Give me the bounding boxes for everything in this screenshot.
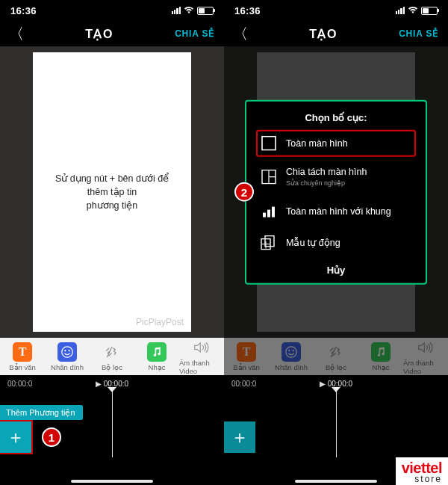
status-bar: 16:36 bbox=[224, 0, 448, 21]
fullscreen-icon bbox=[261, 135, 277, 152]
opt-fullscreen-frame[interactable]: Toàn màn hình với khung bbox=[257, 198, 415, 223]
callout-step-1: 1 bbox=[42, 427, 61, 447]
preview-area: Sử dụng nút + bên dưới để thêm tập tin p… bbox=[0, 46, 224, 338]
svg-rect-9 bbox=[267, 209, 270, 217]
playhead-marker[interactable] bbox=[108, 387, 116, 392]
svg-rect-12 bbox=[265, 235, 274, 246]
share-button[interactable]: CHIA SẺ bbox=[399, 28, 439, 39]
callout-step-2: 2 bbox=[234, 182, 254, 202]
battery-icon bbox=[421, 7, 438, 15]
frame-icon bbox=[261, 203, 277, 219]
tool-filter[interactable]: Bộ lọc bbox=[314, 338, 358, 375]
watermark: PicPlayPost bbox=[136, 317, 184, 327]
playhead-line bbox=[112, 392, 113, 457]
add-media-tooltip: Thêm Phương tiện bbox=[0, 405, 83, 420]
tool-audio-from-video[interactable]: Âm thanh Video bbox=[403, 338, 448, 375]
preview-area: 2 Chọn bố cục: Toàn màn hình Chia tách m… bbox=[224, 46, 448, 338]
tool-text[interactable]: TBản văn bbox=[0, 338, 45, 375]
svg-point-15 bbox=[286, 346, 296, 356]
home-indicator bbox=[295, 480, 377, 483]
playhead-line bbox=[336, 392, 337, 457]
share-button[interactable]: CHIA SẺ bbox=[175, 28, 215, 39]
playhead-marker[interactable] bbox=[332, 387, 340, 392]
home-indicator bbox=[71, 480, 153, 483]
svg-point-17 bbox=[293, 350, 294, 351]
tool-text[interactable]: TBản văn bbox=[224, 338, 269, 375]
tool-row: TBản văn Nhãn dính Bộ lọc Nhạc Âm thanh … bbox=[0, 338, 224, 375]
page-title: TẠO bbox=[309, 27, 337, 41]
status-time: 16:36 bbox=[10, 5, 37, 16]
opt-auto-template[interactable]: Mẫu tự động bbox=[257, 229, 415, 255]
svg-point-0 bbox=[62, 346, 72, 356]
svg-rect-10 bbox=[272, 206, 275, 217]
battery-icon bbox=[197, 7, 214, 15]
tool-music[interactable]: Nhạc bbox=[358, 338, 403, 375]
opt-fullscreen[interactable]: Toàn màn hình bbox=[257, 131, 415, 156]
phone-screenshot-left: 16:36 〈 TẠO CHIA SẺ Sử dụng nút + bên dư… bbox=[0, 0, 224, 485]
page-title: TẠO bbox=[85, 27, 113, 41]
cellular-icon bbox=[172, 7, 181, 14]
timeline-track[interactable]: ＋ bbox=[224, 392, 448, 457]
tool-sticker[interactable]: Nhãn dính bbox=[45, 338, 90, 375]
back-button[interactable]: 〈 bbox=[233, 24, 248, 44]
opt-split[interactable]: Chia tách màn hìnhSửa chuyên nghiệp bbox=[257, 162, 415, 193]
wifi-icon bbox=[408, 5, 418, 16]
status-time: 16:36 bbox=[234, 5, 261, 16]
status-bar: 16:36 bbox=[0, 0, 224, 21]
wifi-icon bbox=[184, 5, 194, 16]
playhead-time: ▶ 00:00:0 bbox=[96, 380, 128, 388]
add-media-button[interactable]: ＋ bbox=[0, 421, 31, 453]
app-header: 〈 TẠO CHIA SẺ bbox=[0, 21, 224, 46]
phone-screenshot-right: 16:36 〈 TẠO CHIA SẺ 2 Chọn bố cục: Toàn … bbox=[224, 0, 448, 485]
tool-sticker[interactable]: Nhãn dính bbox=[269, 338, 314, 375]
add-media-button[interactable]: ＋ bbox=[224, 421, 255, 453]
playhead-time: ▶ 00:00:0 bbox=[320, 380, 352, 388]
app-header: 〈 TẠO CHIA SẺ bbox=[224, 21, 448, 46]
tool-row: TBản văn Nhãn dính Bộ lọc Nhạc Âm thanh … bbox=[224, 338, 448, 375]
viettel-store-logo: viettel store bbox=[396, 457, 448, 485]
layout-picker-dialog: 2 Chọn bố cục: Toàn màn hình Chia tách m… bbox=[245, 100, 427, 285]
preview-canvas[interactable]: Sử dụng nút + bên dưới để thêm tập tin p… bbox=[33, 52, 191, 332]
svg-point-16 bbox=[288, 350, 290, 351]
tool-filter[interactable]: Bộ lọc bbox=[90, 338, 134, 375]
svg-point-1 bbox=[64, 350, 66, 351]
split-icon bbox=[261, 169, 277, 185]
tutorial-side-by-side: 16:36 〈 TẠO CHIA SẺ Sử dụng nút + bên dư… bbox=[0, 0, 448, 485]
back-button[interactable]: 〈 bbox=[9, 24, 24, 44]
svg-rect-8 bbox=[263, 212, 266, 217]
cellular-icon bbox=[396, 7, 405, 14]
time-start: 00:00:0 bbox=[7, 380, 32, 388]
tool-music[interactable]: Nhạc bbox=[134, 338, 179, 375]
time-start: 00:00:0 bbox=[231, 380, 256, 388]
timeline-track[interactable]: Thêm Phương tiện ＋ 1 bbox=[0, 392, 224, 457]
svg-point-2 bbox=[69, 350, 70, 351]
auto-template-icon bbox=[261, 234, 277, 250]
dialog-title: Chọn bố cục: bbox=[257, 112, 415, 123]
svg-rect-4 bbox=[262, 137, 276, 150]
placeholder-text: Sử dụng nút + bên dưới để thêm tập tin p… bbox=[46, 172, 178, 212]
dialog-cancel[interactable]: Hủy bbox=[257, 264, 415, 275]
tool-audio-from-video[interactable]: Âm thanh Video bbox=[179, 338, 224, 375]
